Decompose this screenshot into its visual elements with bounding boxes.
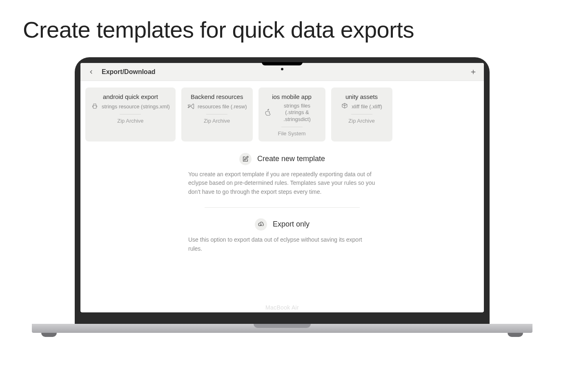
template-card-title: android quick export bbox=[103, 93, 158, 100]
export-only-description: Use this option to export data out of ec… bbox=[188, 236, 376, 253]
template-card-destination: Zip Archive bbox=[348, 118, 374, 124]
template-cards-row: android quick export strings resource (s… bbox=[85, 88, 479, 141]
marketing-headline: Create templates for quick data exports bbox=[23, 16, 588, 43]
laptop-model-label: MacBook Air bbox=[265, 304, 299, 311]
template-card-subtitle-row: strings resource (strings.xml) bbox=[91, 103, 170, 110]
template-card-destination: Zip Archive bbox=[117, 118, 143, 124]
create-template-section: Create new template You create an export… bbox=[188, 153, 376, 197]
template-card-subtitle: strings resource (strings.xml) bbox=[102, 103, 170, 110]
card-divider bbox=[206, 114, 227, 114]
create-template-title: Create new template bbox=[257, 155, 325, 163]
template-card-subtitle-row: strings files (.strings & .stringsdict) bbox=[264, 103, 320, 123]
laptop-screen-frame: Export/Download android quick export str bbox=[75, 57, 490, 324]
card-divider bbox=[281, 127, 303, 127]
template-card-subtitle: resources file (.resw) bbox=[198, 103, 247, 110]
chevron-left-icon bbox=[88, 69, 94, 75]
template-card-android[interactable]: android quick export strings resource (s… bbox=[85, 88, 176, 141]
topbar-title: Export/Download bbox=[102, 68, 156, 76]
laptop-mockup: Export/Download android quick export str bbox=[32, 57, 532, 337]
unity-icon bbox=[341, 103, 348, 110]
template-card-ios[interactable]: ios mobile app strings files (.strings &… bbox=[258, 88, 325, 141]
add-button[interactable] bbox=[468, 67, 478, 77]
template-card-destination: Zip Archive bbox=[204, 118, 230, 124]
card-divider bbox=[120, 114, 141, 114]
export-only-button[interactable]: Export only bbox=[188, 218, 376, 231]
template-card-backend[interactable]: Backend resources resources file (.resw)… bbox=[181, 88, 253, 141]
create-template-description: You create an export template if you are… bbox=[188, 170, 376, 197]
apple-icon bbox=[264, 109, 272, 116]
laptop-webcam-dot bbox=[281, 68, 283, 70]
download-icon bbox=[255, 218, 267, 231]
edit-icon bbox=[239, 153, 252, 165]
section-divider bbox=[205, 207, 360, 208]
card-divider bbox=[351, 114, 372, 114]
back-button[interactable] bbox=[86, 67, 96, 77]
android-icon bbox=[91, 103, 98, 110]
laptop-hinge-notch bbox=[254, 324, 311, 328]
template-card-subtitle-row: resources file (.resw) bbox=[187, 103, 247, 110]
content-area: android quick export strings resource (s… bbox=[80, 81, 484, 312]
plus-icon bbox=[470, 69, 477, 75]
template-card-title: Backend resources bbox=[191, 93, 243, 100]
laptop-base bbox=[32, 324, 532, 333]
template-card-subtitle-row: xliff file (.xliff) bbox=[341, 103, 382, 110]
template-card-unity[interactable]: unity assets xliff file (.xliff) Zip Arc… bbox=[331, 88, 392, 141]
laptop-feet bbox=[41, 333, 523, 337]
visual-studio-icon bbox=[187, 103, 194, 110]
app-screen: Export/Download android quick export str bbox=[80, 63, 484, 312]
topbar: Export/Download bbox=[80, 63, 484, 81]
template-card-title: unity assets bbox=[345, 93, 378, 100]
create-template-button[interactable]: Create new template bbox=[188, 153, 376, 165]
template-card-subtitle: strings files (.strings & .stringsdict) bbox=[275, 103, 320, 123]
laptop-notch bbox=[262, 62, 303, 65]
template-card-title: ios mobile app bbox=[272, 93, 312, 100]
export-only-section: Export only Use this option to export da… bbox=[188, 218, 376, 253]
export-only-title: Export only bbox=[273, 220, 310, 229]
template-card-destination: File System bbox=[278, 130, 306, 137]
template-card-subtitle: xliff file (.xliff) bbox=[352, 103, 382, 110]
